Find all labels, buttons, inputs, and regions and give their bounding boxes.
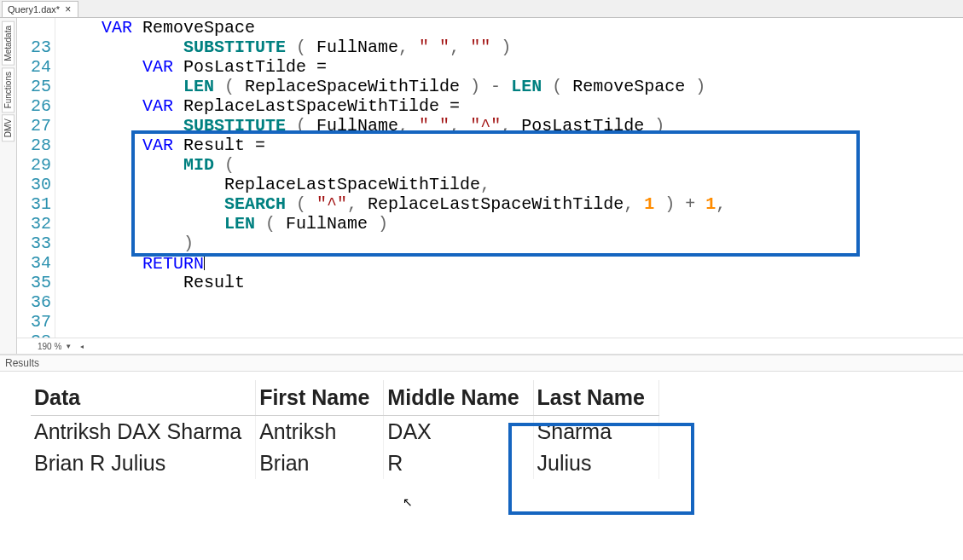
line-number: 29	[17, 155, 51, 175]
line-number: 31	[17, 194, 51, 214]
chevron-down-icon[interactable]: ▼	[65, 343, 72, 350]
close-icon[interactable]: ×	[63, 3, 73, 15]
code-line[interactable]: LEN ( ReplaceSpaceWithTilde ) - LEN ( Re…	[61, 77, 726, 96]
file-tab-query1[interactable]: Query1.dax* ×	[2, 1, 78, 17]
line-number: 25	[17, 77, 51, 96]
side-tab-strip: Metadata Functions DMV	[0, 18, 17, 354]
code-line[interactable]	[61, 312, 726, 332]
cell: Brian R Julius	[31, 447, 256, 479]
side-tab-functions[interactable]: Functions	[2, 67, 15, 113]
code-body[interactable]: VAR RemoveSpace SUBSTITUTE ( FullName, "…	[55, 18, 726, 338]
table-row[interactable]: Brian R Julius Brian R Julius	[31, 447, 659, 479]
code-line[interactable]: RETURN	[61, 253, 726, 273]
line-number: 36	[17, 292, 51, 312]
line-number: 23	[17, 38, 51, 57]
line-number: 27	[17, 116, 51, 136]
side-tab-dmv[interactable]: DMV	[2, 114, 15, 141]
col-last-name[interactable]: Last Name	[533, 380, 658, 416]
file-tab-title: Query1.dax*	[8, 4, 60, 14]
code-line[interactable]: LEN ( FullName )	[61, 214, 726, 234]
cell: DAX	[384, 416, 533, 448]
code-line[interactable]: VAR Result =	[61, 136, 726, 155]
code-line[interactable]: Result	[61, 273, 726, 292]
line-number: 28	[17, 136, 51, 155]
zoom-level[interactable]: 190 %	[38, 342, 61, 351]
code-line[interactable]	[61, 332, 726, 338]
code-line[interactable]: ReplaceLastSpaceWithTilde,	[61, 175, 726, 194]
line-number: 35	[17, 273, 51, 292]
code-line[interactable]: SUBSTITUTE ( FullName, " ", "^", PosLast…	[61, 116, 726, 136]
col-first-name[interactable]: First Name	[256, 380, 384, 416]
line-number: 26	[17, 96, 51, 116]
cell: Sharma	[533, 416, 658, 448]
results-header-row: Data First Name Middle Name Last Name	[31, 380, 659, 416]
cell: Julius	[533, 447, 658, 479]
mouse-cursor-icon: ↖	[403, 495, 413, 509]
col-middle-name[interactable]: Middle Name	[384, 380, 533, 416]
code-line[interactable]: VAR RemoveSpace	[61, 18, 726, 38]
cell: Antriksh DAX Sharma	[31, 416, 256, 448]
results-panel: Data First Name Middle Name Last Name An…	[0, 372, 963, 559]
code-line[interactable]: VAR PosLastTilde =	[61, 57, 726, 77]
table-row[interactable]: Antriksh DAX Sharma Antriksh DAX Sharma	[31, 416, 659, 448]
line-number-gutter: 23242526272829303132333435363738	[17, 18, 55, 338]
cell: R	[384, 447, 533, 479]
tab-strip: Query1.dax* ×	[0, 0, 963, 18]
code-editor[interactable]: 23242526272829303132333435363738 VAR Rem…	[17, 18, 963, 338]
line-number: 33	[17, 234, 51, 253]
line-number: 34	[17, 253, 51, 273]
cell: Antriksh	[256, 416, 384, 448]
code-line[interactable]	[61, 292, 726, 312]
editor-area: Metadata Functions DMV 23242526272829303…	[0, 18, 963, 355]
line-number	[17, 18, 51, 38]
col-data[interactable]: Data	[31, 380, 256, 416]
editor-block: 23242526272829303132333435363738 VAR Rem…	[17, 18, 963, 354]
text-cursor	[204, 253, 205, 270]
line-number: 32	[17, 214, 51, 234]
code-line[interactable]: SEARCH ( "^", ReplaceLastSpaceWithTilde,…	[61, 194, 726, 214]
cell: Brian	[256, 447, 384, 479]
code-line[interactable]: MID (	[61, 155, 726, 175]
line-number: 37	[17, 312, 51, 332]
chevron-left-icon[interactable]: ◂	[80, 343, 84, 350]
line-number: 24	[17, 57, 51, 77]
results-label-text: Results	[5, 357, 39, 369]
code-line[interactable]: VAR ReplaceLastSpaceWithTilde =	[61, 96, 726, 116]
line-number: 38	[17, 332, 51, 338]
results-table: Data First Name Middle Name Last Name An…	[31, 380, 659, 479]
results-panel-header[interactable]: Results	[0, 355, 963, 372]
zoom-bar: 190 % ▼ ◂	[17, 338, 963, 354]
code-line[interactable]: SUBSTITUTE ( FullName, " ", "" )	[61, 38, 726, 57]
side-tab-metadata[interactable]: Metadata	[2, 21, 15, 66]
code-line[interactable]: )	[61, 234, 726, 253]
line-number: 30	[17, 175, 51, 194]
